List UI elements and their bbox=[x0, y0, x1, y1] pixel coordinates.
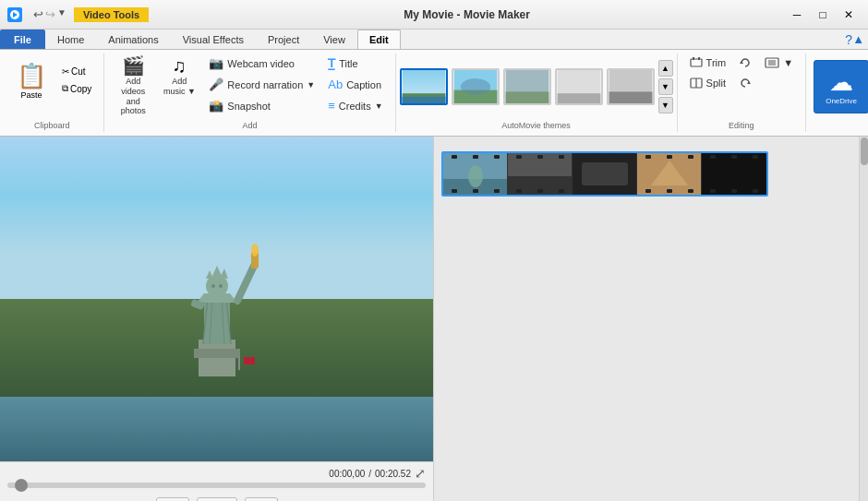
tab-visual-effects[interactable]: Visual Effects bbox=[171, 30, 256, 49]
main-area: 00:00,00 / 00:20.52 ⤢ ⏮ ▶ ⏭ bbox=[0, 137, 868, 501]
credits-button[interactable]: ≡ Credits ▼ bbox=[323, 96, 387, 115]
record-narration-button[interactable]: 🎤 Record narration ▼ bbox=[204, 75, 319, 94]
svg-marker-20 bbox=[747, 81, 751, 84]
paste-label: Paste bbox=[20, 90, 42, 100]
cloud-icon: ☁ bbox=[829, 68, 853, 97]
record-label: Record narration bbox=[227, 79, 303, 90]
minimize-button[interactable]: ─ bbox=[785, 6, 809, 24]
scrollbar-thumb[interactable] bbox=[861, 137, 868, 165]
caption-icon: Ab bbox=[328, 78, 343, 91]
credits-dropdown-icon: ▼ bbox=[375, 101, 383, 111]
timeline-area bbox=[434, 137, 868, 501]
rewind-button[interactable]: ⏮ bbox=[156, 497, 189, 501]
webcam-video-button[interactable]: 📷 Webcam video bbox=[204, 54, 319, 73]
tab-file[interactable]: File bbox=[0, 30, 45, 49]
add-videos-button[interactable]: 🎬 Add videosand photos bbox=[112, 54, 154, 119]
share-items: ☁ OneDrive 💾 Savemovie ▼ 👤 Signin bbox=[814, 54, 868, 119]
title-button[interactable]: T̲ Title bbox=[323, 54, 387, 73]
video-tools-label: Video Tools bbox=[74, 7, 149, 22]
editing-rotate-left-btn[interactable] bbox=[734, 54, 756, 72]
theme-thumb-3[interactable] bbox=[503, 68, 551, 105]
editing-rotate-right-btn[interactable] bbox=[734, 74, 756, 92]
caption-label: Caption bbox=[346, 79, 381, 90]
add-videos-icon: 🎬 bbox=[122, 56, 145, 75]
close-button[interactable]: ✕ bbox=[837, 6, 861, 24]
svg-marker-39 bbox=[212, 266, 222, 276]
clipboard-label: Clipboard bbox=[7, 121, 96, 132]
svg-marker-38 bbox=[206, 270, 213, 279]
maximize-button[interactable]: □ bbox=[811, 6, 835, 24]
tab-home[interactable]: Home bbox=[45, 30, 96, 49]
quick-access-more[interactable]: ▼ bbox=[57, 7, 66, 21]
svg-point-42 bbox=[219, 284, 223, 288]
window-controls: ─ □ ✕ bbox=[785, 6, 861, 24]
current-time: 00:00,00 bbox=[329, 469, 365, 479]
share-label: Share bbox=[814, 121, 868, 132]
film-frame-2[interactable] bbox=[508, 153, 573, 195]
video-controls: 00:00,00 / 00:20.52 ⤢ ⏮ ▶ ⏭ bbox=[0, 461, 433, 501]
timeline-scrollbar[interactable] bbox=[859, 137, 868, 501]
theme-thumb-1[interactable] bbox=[400, 68, 448, 105]
add-music-button[interactable]: ♫ Addmusic ▼ bbox=[158, 54, 200, 100]
progress-thumb[interactable] bbox=[15, 479, 28, 492]
progress-bar[interactable] bbox=[7, 483, 426, 488]
film-frame-4[interactable] bbox=[637, 153, 702, 195]
copy-button[interactable]: ⧉ Copy bbox=[57, 80, 96, 97]
tab-view[interactable]: View bbox=[311, 30, 357, 49]
clipboard-items: 📋 Paste ✂ Cut ⧉ Copy bbox=[7, 54, 96, 119]
cut-label: Cut bbox=[71, 66, 86, 77]
play-button[interactable]: ▶ bbox=[197, 497, 237, 501]
redo-icon[interactable]: ↪ bbox=[45, 7, 55, 21]
film-frame-1[interactable] bbox=[443, 153, 508, 195]
tab-animations[interactable]: Animations bbox=[96, 30, 170, 49]
svg-rect-4 bbox=[402, 96, 445, 102]
tab-edit[interactable]: Edit bbox=[357, 30, 401, 49]
film-strip[interactable] bbox=[441, 151, 768, 197]
film-frame-3[interactable] bbox=[573, 153, 637, 195]
forward-button[interactable]: ⏭ bbox=[245, 497, 278, 501]
editing-btn2[interactable]: Split bbox=[685, 74, 731, 92]
credits-icon: ≡ bbox=[328, 99, 335, 113]
undo-icon[interactable]: ↩ bbox=[33, 7, 43, 21]
help-button[interactable]: ? bbox=[845, 32, 852, 47]
paste-button[interactable]: 📋 Paste bbox=[7, 54, 55, 107]
webcam-label: Webcam video bbox=[227, 58, 295, 69]
svg-rect-13 bbox=[609, 91, 652, 103]
svg-rect-16 bbox=[698, 57, 700, 60]
copy-icon: ⧉ bbox=[62, 83, 68, 94]
cut-button[interactable]: ✂ Cut bbox=[57, 64, 96, 79]
themes-dropdown[interactable]: ▼ bbox=[658, 97, 673, 113]
theme-thumb-2[interactable] bbox=[452, 68, 500, 105]
theme-thumb-4[interactable] bbox=[555, 68, 603, 105]
clipboard-btns: 📋 Paste ✂ Cut ⧉ Copy bbox=[7, 54, 96, 107]
expand-icon[interactable]: ⤢ bbox=[415, 466, 426, 481]
ribbon-group-automovie: ▲ ▼ ▼ AutoMovie themes bbox=[396, 54, 678, 132]
tab-project[interactable]: Project bbox=[256, 30, 311, 49]
themes-scroll-up[interactable]: ▲ bbox=[658, 60, 673, 77]
editing-items: Trim Split bbox=[685, 54, 798, 119]
playback-controls: ⏮ ▶ ⏭ bbox=[7, 494, 426, 501]
caption-button[interactable]: Ab Caption bbox=[323, 75, 387, 94]
window-title: My Movie - Movie Maker bbox=[149, 8, 785, 21]
film-icon bbox=[690, 56, 703, 69]
add-items: 🎬 Add videosand photos ♫ Addmusic ▼ 📷 We… bbox=[112, 54, 387, 119]
svg-point-36 bbox=[251, 244, 259, 256]
cut-copy-btns: ✂ Cut ⧉ Copy bbox=[57, 64, 96, 97]
themes-scroll-down[interactable]: ▼ bbox=[658, 78, 673, 95]
editing-col1: Trim Split bbox=[685, 54, 731, 92]
editing-btn1[interactable]: Trim bbox=[685, 54, 731, 72]
film-frame-5[interactable] bbox=[702, 153, 766, 195]
video-screen[interactable] bbox=[0, 137, 433, 461]
cloud-label: OneDrive bbox=[826, 97, 857, 105]
title-bar-icons: ↩ ↪ ▼ bbox=[7, 7, 66, 22]
ribbon: 📋 Paste ✂ Cut ⧉ Copy Cli bbox=[0, 50, 868, 137]
rotate-right-icon bbox=[739, 77, 752, 89]
onedrive-button[interactable]: ☁ OneDrive bbox=[814, 60, 868, 113]
expand-ribbon-button[interactable]: ▲ bbox=[852, 32, 864, 46]
rotate-left-icon bbox=[739, 56, 752, 69]
themes-nav: ▲ ▼ ▼ bbox=[658, 60, 673, 113]
editing-more-btn[interactable]: ▼ bbox=[760, 54, 798, 72]
snapshot-button[interactable]: 📸 Snapshot bbox=[204, 96, 319, 115]
editing-split-label: Split bbox=[706, 78, 726, 89]
theme-thumb-5[interactable] bbox=[607, 68, 655, 105]
